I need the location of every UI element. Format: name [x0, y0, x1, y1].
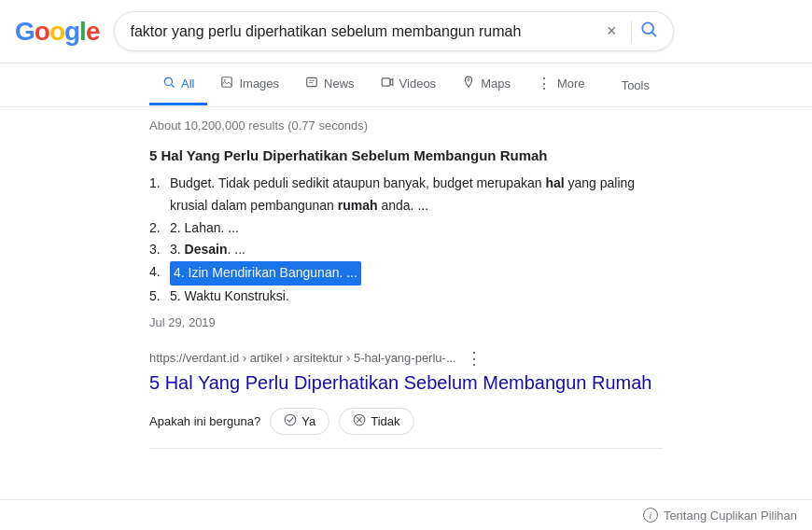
- google-logo[interactable]: Google: [15, 17, 99, 47]
- images-icon: [220, 76, 233, 91]
- tab-maps[interactable]: Maps: [449, 64, 524, 105]
- tools-button[interactable]: Tools: [609, 67, 663, 104]
- snippet-date: Jul 29, 2019: [149, 315, 663, 329]
- svg-rect-6: [307, 77, 317, 86]
- result-divider: [149, 448, 663, 449]
- svg-line-3: [172, 85, 175, 88]
- list-item-highlighted: 4. 4. Izin Mendirikan Bangunan. ...: [149, 261, 663, 286]
- tab-videos[interactable]: Videos: [368, 64, 450, 105]
- tab-more[interactable]: ⋮ More: [524, 63, 598, 106]
- svg-rect-9: [382, 78, 390, 86]
- feedback-label: Apakah ini berguna?: [149, 414, 260, 428]
- feedback-yes-button[interactable]: Ya: [270, 408, 329, 435]
- list-item-text-highlighted: 4. Izin Mendirikan Bangunan. ...: [170, 261, 361, 286]
- nav-tabs: All Images News Videos: [0, 63, 812, 107]
- results-area: About 10,200,000 results (0.77 seconds) …: [0, 107, 812, 481]
- tab-all[interactable]: All: [149, 64, 207, 105]
- tab-images-label: Images: [239, 77, 279, 91]
- tab-maps-label: Maps: [481, 77, 511, 91]
- svg-point-10: [468, 79, 469, 81]
- list-num: 3.: [149, 239, 164, 261]
- search-bar-container: ×: [114, 11, 674, 51]
- search-divider: [631, 21, 632, 43]
- search-input[interactable]: [130, 23, 598, 40]
- result-title: 5 Hal Yang Perlu Diperhatikan Sebelum Me…: [149, 370, 663, 395]
- feedback-row: Apakah ini berguna? Ya Tidak: [149, 408, 663, 435]
- result-url-text: https://verdant.id › artikel › arsitektu…: [149, 351, 456, 365]
- tab-news[interactable]: News: [292, 64, 368, 105]
- maps-icon: [462, 76, 475, 91]
- list-item: 2. 2. Lahan. ...: [149, 217, 663, 240]
- videos-icon: [381, 76, 394, 91]
- list-item-text: 5. Waktu Konstruksi.: [170, 286, 289, 308]
- search-icon[interactable]: [639, 20, 658, 43]
- svg-line-1: [652, 33, 656, 36]
- svg-point-5: [225, 79, 227, 81]
- tools-label: Tools: [622, 78, 650, 92]
- featured-snippet: 5 Hal Yang Perlu Diperhatikan Sebelum Me…: [149, 147, 663, 329]
- list-item: 5. 5. Waktu Konstruksi.: [149, 286, 663, 308]
- tab-images[interactable]: Images: [207, 64, 292, 105]
- feedback-no-button[interactable]: Tidak: [339, 408, 413, 435]
- result-url-row: https://verdant.id › artikel › arsitektu…: [149, 348, 663, 369]
- list-item-text: 3. Desain. ...: [170, 239, 245, 261]
- results-count: About 10,200,000 results (0.77 seconds): [149, 119, 663, 132]
- header: Google ×: [0, 0, 812, 63]
- tab-news-label: News: [324, 77, 355, 91]
- feedback-no-label: Tidak: [371, 414, 399, 428]
- snippet-title: 5 Hal Yang Perlu Diperhatikan Sebelum Me…: [149, 147, 663, 163]
- news-icon: [305, 76, 318, 91]
- tab-more-label: More: [557, 77, 585, 91]
- feedback-yes-icon: [284, 413, 297, 429]
- list-num: 1.: [149, 173, 164, 217]
- list-item: 3. 3. Desain. ...: [149, 239, 663, 261]
- tab-all-label: All: [181, 77, 194, 91]
- list-num: 5.: [149, 286, 164, 308]
- clear-icon[interactable]: ×: [599, 21, 624, 41]
- list-num: 2.: [149, 217, 164, 240]
- search-result: https://verdant.id › artikel › arsitektu…: [149, 348, 663, 395]
- more-dots-icon: ⋮: [537, 75, 552, 92]
- feedback-no-icon: [353, 413, 366, 429]
- snippet-list: 1. Budget. Tidak peduli sedikit ataupun …: [149, 173, 663, 308]
- svg-rect-4: [222, 77, 232, 88]
- list-item-text: 2. Lahan. ...: [170, 217, 239, 240]
- result-title-link[interactable]: 5 Hal Yang Perlu Diperhatikan Sebelum Me…: [149, 372, 651, 393]
- list-item: 1. Budget. Tidak peduli sedikit ataupun …: [149, 173, 663, 217]
- all-icon: [162, 76, 175, 91]
- tab-videos-label: Videos: [399, 77, 437, 91]
- list-num: 4.: [149, 261, 164, 286]
- list-item-text: Budget. Tidak peduli sedikit ataupun ban…: [170, 173, 663, 217]
- result-url-dots-icon[interactable]: ⋮: [466, 348, 483, 369]
- feedback-yes-label: Ya: [301, 414, 315, 428]
- svg-point-11: [285, 414, 296, 425]
